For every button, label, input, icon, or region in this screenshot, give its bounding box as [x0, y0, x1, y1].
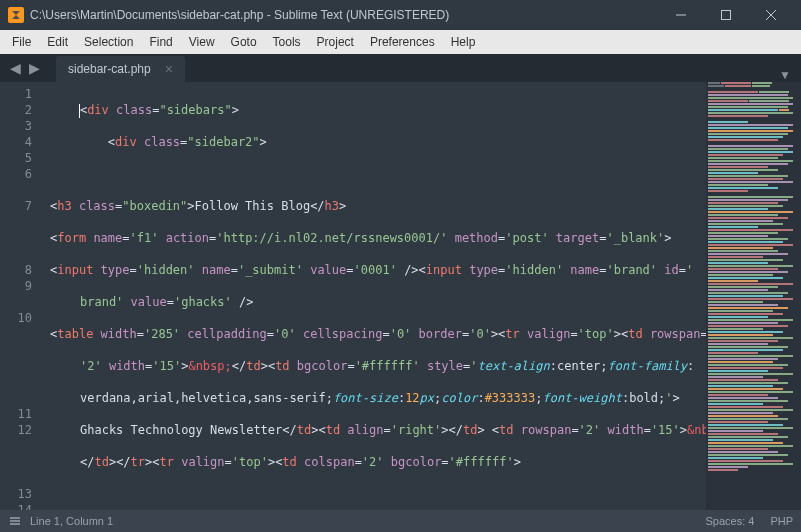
tab-dropdown-icon[interactable]: ▼	[769, 68, 801, 82]
syntax-info[interactable]: PHP	[770, 515, 793, 527]
menu-help[interactable]: Help	[443, 33, 484, 51]
menu-goto[interactable]: Goto	[223, 33, 265, 51]
minimize-button[interactable]	[658, 0, 703, 30]
svg-rect-2	[721, 11, 730, 20]
titlebar: C:\Users\Martin\Documents\sidebar-cat.ph…	[0, 0, 801, 30]
menu-preferences[interactable]: Preferences	[362, 33, 443, 51]
tab-label: sidebar-cat.php	[68, 62, 151, 76]
menu-project[interactable]: Project	[309, 33, 362, 51]
tab-close-icon[interactable]: ×	[165, 61, 173, 77]
cursor-position: Line 1, Column 1	[30, 515, 113, 527]
nav-forward-icon[interactable]: ▶	[25, 60, 44, 76]
menu-icon[interactable]	[8, 514, 22, 528]
statusbar: Line 1, Column 1 Spaces: 4 PHP	[0, 510, 801, 532]
app-icon	[8, 7, 24, 23]
nav-back-icon[interactable]: ◀	[6, 60, 25, 76]
menu-view[interactable]: View	[181, 33, 223, 51]
gutter: 1 2 3 4 5 6 7 8 9 10 11 12 13 1	[0, 82, 42, 510]
editor[interactable]: 1 2 3 4 5 6 7 8 9 10 11 12 13 1	[0, 82, 801, 510]
minimap[interactable]	[706, 82, 801, 510]
menu-tools[interactable]: Tools	[265, 33, 309, 51]
menu-edit[interactable]: Edit	[39, 33, 76, 51]
close-button[interactable]	[748, 0, 793, 30]
menu-file[interactable]: File	[4, 33, 39, 51]
menu-selection[interactable]: Selection	[76, 33, 141, 51]
code-view[interactable]: <div class="sidebars"> <div class="sideb…	[42, 82, 706, 510]
maximize-button[interactable]	[703, 0, 748, 30]
menubar: File Edit Selection Find View Goto Tools…	[0, 30, 801, 54]
window-title: C:\Users\Martin\Documents\sidebar-cat.ph…	[30, 8, 658, 22]
svg-rect-0	[8, 7, 24, 23]
indentation-info[interactable]: Spaces: 4	[705, 515, 754, 527]
tab-sidebar-cat[interactable]: sidebar-cat.php ×	[56, 56, 185, 82]
menu-find[interactable]: Find	[141, 33, 180, 51]
tabbar: ◀ ▶ sidebar-cat.php × ▼	[0, 54, 801, 82]
